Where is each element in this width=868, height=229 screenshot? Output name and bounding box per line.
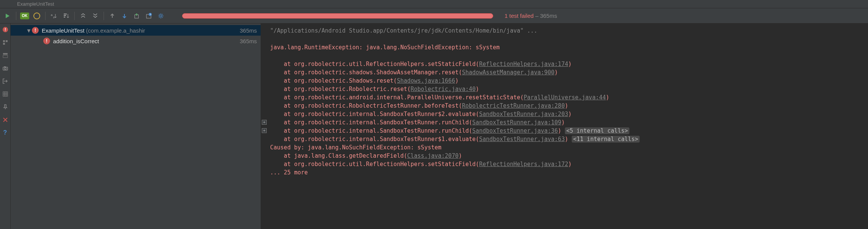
svg-rect-11 [3, 43, 5, 45]
internal-calls-badge[interactable]: <11 internal calls> [572, 136, 640, 143]
fail-count-label: 1 test failed [505, 13, 534, 19]
svg-rect-10 [6, 40, 8, 42]
exception-line: java.lang.RuntimeException: java.lang.No… [270, 43, 863, 52]
camera-icon[interactable] [2, 64, 9, 72]
command-line: "/Applications/Android Studio.app/Conten… [270, 27, 863, 35]
source-link[interactable]: ParallelUniverse.java:44 [524, 94, 606, 101]
show-passed-button[interactable]: OK [19, 11, 30, 21]
test-toolbar: OK az 1 test failed – 365ms [0, 8, 868, 24]
test-status-text: 1 test failed – 365ms [505, 13, 557, 19]
export-results-button[interactable] [131, 11, 142, 21]
run-button[interactable] [2, 11, 13, 21]
title-bar: ExampleUnitTest [0, 0, 868, 8]
svg-rect-16 [4, 66, 6, 67]
source-link[interactable]: SandboxTestRunner.java:36 [472, 127, 558, 134]
test-method-label: addition_isCorrect [53, 38, 240, 44]
show-ignored-button[interactable] [31, 11, 42, 21]
svg-rect-9 [3, 40, 5, 42]
separator [16, 12, 16, 20]
grid-icon[interactable] [2, 90, 9, 98]
ok-icon: OK [20, 13, 29, 19]
stack-frame: at org.robolectric.RobolectricTestRunner… [270, 102, 863, 110]
svg-text:z: z [53, 16, 55, 19]
test-method-time: 365ms [240, 38, 257, 44]
collapse-all-button[interactable] [90, 11, 101, 21]
svg-rect-12 [3, 53, 8, 55]
help-icon[interactable]: ? [2, 129, 9, 136]
test-progress-bar [182, 13, 493, 19]
error-badge-icon: ! [32, 27, 39, 34]
main-content: ! ? ▼ ! ExampleUni [0, 24, 868, 229]
layout-icon[interactable] [2, 52, 9, 59]
rerun-failed-icon[interactable]: ! [2, 26, 9, 33]
internal-calls-badge[interactable]: <5 internal calls> [565, 127, 630, 134]
source-link[interactable]: SandboxTestRunner.java:109 [472, 119, 561, 126]
exit-icon[interactable] [2, 77, 9, 85]
fold-expand-icon[interactable]: + [262, 120, 267, 125]
history-button[interactable] [143, 11, 154, 21]
source-link[interactable]: ReflectionHelpers.java:172 [479, 161, 568, 168]
stack-frame: at org.robolectric.internal.SandboxTestR… [270, 110, 863, 118]
separator [104, 12, 104, 20]
run-config-name: ExampleUnitTest [17, 1, 54, 7]
source-link[interactable]: SandboxTestRunner.java:63 [479, 136, 565, 143]
stack-frame: at org.robolectric.android.internal.Para… [270, 93, 863, 102]
pin-icon[interactable] [2, 103, 9, 111]
svg-text:!: ! [5, 27, 6, 32]
source-link[interactable]: Shadows.java:1666 [397, 77, 455, 84]
test-class-time: 365ms [240, 27, 257, 34]
stack-frame: at org.robolectric.util.ReflectionHelper… [270, 60, 863, 68]
sort-alpha-button[interactable]: az [49, 11, 59, 21]
stack-frame: at org.robolectric.Shadows.reset(Shadows… [270, 77, 863, 85]
stack-frame: at org.robolectric.util.ReflectionHelper… [270, 160, 863, 168]
progress-area: 1 test failed – 365ms [167, 13, 868, 19]
close-icon[interactable] [2, 116, 9, 124]
svg-point-6 [160, 15, 162, 17]
stack-frame: at org.robolectric.shadows.ShadowAssetMa… [270, 68, 863, 77]
status-separator: – [534, 13, 540, 19]
toggle-auto-test-icon[interactable] [2, 39, 9, 46]
tool-window-gutter: ! ? [0, 24, 11, 229]
source-link[interactable]: Class.java:2070 [407, 152, 458, 159]
expand-all-button[interactable] [78, 11, 88, 21]
svg-point-15 [4, 68, 6, 70]
more-line: ... 25 more [270, 168, 863, 177]
stack-frame: at org.robolectric.Robolectric.reset(Rob… [270, 85, 863, 93]
next-failed-button[interactable] [119, 11, 130, 21]
source-link[interactable]: Robolectric.java:40 [410, 86, 476, 93]
fold-expand-icon[interactable]: + [262, 128, 267, 133]
error-badge-icon: ! [43, 38, 50, 44]
status-duration: 365ms [540, 13, 557, 19]
fold-gutter: + + [261, 24, 269, 229]
stack-frame: at java.lang.Class.getDeclaredField(Clas… [270, 152, 863, 160]
svg-rect-17 [3, 92, 8, 96]
source-link[interactable]: SandboxTestRunner.java:203 [479, 111, 568, 118]
console-output[interactable]: + + "/Applications/Android Studio.app/Co… [261, 24, 868, 229]
svg-rect-13 [3, 55, 8, 58]
settings-button[interactable] [156, 11, 166, 21]
stack-frame: at org.robolectric.internal.SandboxTestR… [270, 127, 863, 135]
caused-by-line: Caused by: java.lang.NoSuchFieldExceptio… [270, 143, 863, 152]
source-link[interactable]: RobolectricTestRunner.java:280 [462, 102, 565, 109]
test-tree[interactable]: ▼ ! ExampleUnitTest (com.example.a_hashi… [11, 24, 261, 229]
stack-frame: at org.robolectric.internal.SandboxTestR… [270, 118, 863, 127]
test-method-row[interactable]: ! addition_isCorrect 365ms [11, 36, 261, 46]
sort-duration-button[interactable] [61, 11, 71, 21]
separator [45, 12, 46, 20]
stack-frame: at org.robolectric.internal.SandboxTestR… [270, 135, 863, 143]
svg-point-0 [34, 13, 40, 19]
test-class-label: ExampleUnitTest (com.example.a_hashir [42, 27, 240, 34]
source-link[interactable]: ReflectionHelpers.java:174 [479, 61, 568, 67]
test-class-row[interactable]: ▼ ! ExampleUnitTest (com.example.a_hashi… [11, 25, 261, 36]
chevron-down-icon[interactable]: ▼ [26, 27, 32, 34]
svg-text:a: a [51, 13, 53, 17]
prev-failed-button[interactable] [107, 11, 118, 21]
separator [74, 12, 75, 20]
console-content: "/Applications/Android Studio.app/Conten… [261, 27, 863, 177]
source-link[interactable]: ShadowAssetManager.java:900 [462, 69, 555, 76]
